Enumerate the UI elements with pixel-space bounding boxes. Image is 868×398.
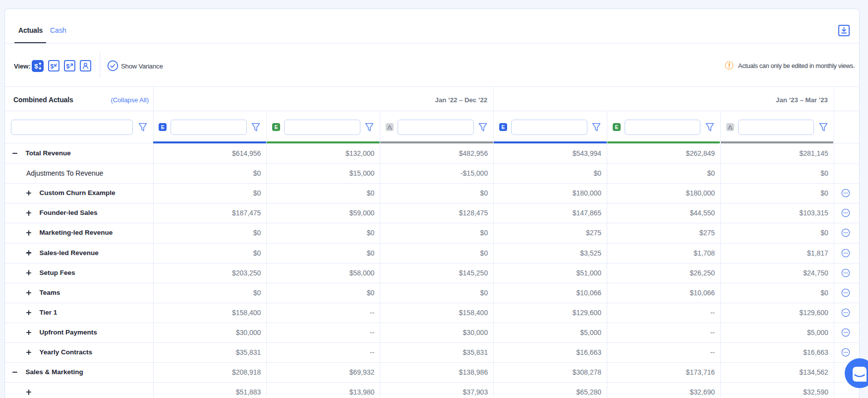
svg-text:$: $ (34, 63, 38, 70)
svg-text:$: $ (66, 63, 69, 69)
svg-text:$: $ (50, 63, 54, 69)
